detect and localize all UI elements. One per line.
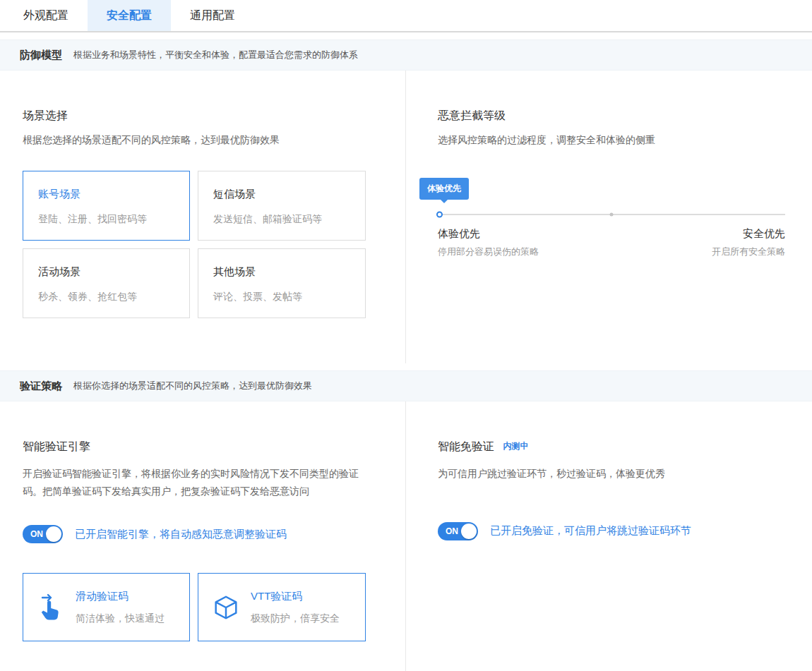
scene-card-desc: 发送短信、邮箱验证码等 [213, 213, 358, 226]
smart-engine-title: 智能验证引擎 [23, 440, 377, 454]
intercept-level-slider: 体验优先 体验优先 停用部分容易误伤的策略 安全优先 开启所有安全策略 [438, 178, 785, 258]
slider-labels: 体验优先 停用部分容易误伤的策略 安全优先 开启所有安全策略 [438, 227, 785, 258]
captcha-card-vtt[interactable]: VTT验证码 极致防护，倍享安全 [198, 573, 366, 641]
captcha-card-title: 滑动验证码 [76, 590, 165, 603]
slider-label-experience: 体验优先 停用部分容易误伤的策略 [438, 227, 539, 258]
smart-engine-toggle[interactable]: ON [23, 525, 63, 543]
free-verify-toggle-label: 已开启免验证，可信用户将跳过验证码环节 [490, 524, 691, 538]
toggle-knob [461, 524, 477, 539]
scene-card-account[interactable]: 账号场景 登陆、注册、找回密码等 [23, 171, 190, 241]
tab-security-config[interactable]: 安全配置 [88, 0, 171, 31]
verify-strategy-title: 验证策略 [20, 380, 62, 393]
slider-tooltip-label: 体验优先 [427, 183, 461, 193]
slider-label-desc: 停用部分容易误伤的策略 [438, 246, 539, 258]
slider-label-desc: 开启所有安全策略 [712, 246, 785, 258]
verify-strategy-section-header: 验证策略 根据你选择的场景适配不同的风控策略，达到最优防御效果 [0, 370, 812, 401]
smart-engine-panel: 智能验证引擎 开启验证码智能验证引擎，将根据你业务的实时风险情况下发不同类型的验… [0, 401, 406, 671]
intercept-level-desc: 选择风控策略的过滤程度，调整安全和体验的侧重 [438, 134, 785, 147]
scene-selection-desc: 根据您选择的场景适配不同的风控策略，达到最优防御效果 [23, 134, 377, 147]
tab-appearance-config[interactable]: 外观配置 [4, 0, 88, 31]
scene-card-title: 其他场景 [213, 265, 358, 279]
scene-card-desc: 秒杀、领券、抢红包等 [38, 291, 182, 303]
slider-label-title: 安全优先 [712, 227, 785, 241]
free-verify-panel: 智能免验证 内测中 为可信用户跳过验证环节，秒过验证码，体验更优秀 ON 已开启… [406, 401, 812, 671]
beta-badge: 内测中 [503, 440, 528, 452]
intercept-level-title: 恶意拦截等级 [438, 109, 785, 123]
tab-general-config[interactable]: 通用配置 [171, 0, 254, 31]
scene-card-desc: 登陆、注册、找回密码等 [38, 213, 182, 226]
smart-engine-toggle-row: ON 已开启智能引擎，将自动感知恶意调整验证码 [23, 525, 377, 543]
config-tabbar: 外观配置 安全配置 通用配置 [0, 0, 812, 32]
smart-engine-toggle-label: 已开启智能引擎，将自动感知恶意调整验证码 [75, 528, 287, 541]
slider-tooltip: 体验优先 [419, 178, 469, 200]
scene-card-sms[interactable]: 短信场景 发送短信、邮箱验证码等 [198, 171, 366, 241]
verify-strategy-subtitle: 根据你选择的场景适配不同的风控策略，达到最优防御效果 [73, 380, 312, 392]
free-verify-title: 智能免验证 [438, 440, 494, 454]
intercept-level-panel: 恶意拦截等级 选择风控策略的过滤程度，调整安全和体验的侧重 体验优先 体验优先 … [406, 71, 812, 363]
scene-selection-panel: 场景选择 根据您选择的场景适配不同的风控策略，达到最优防御效果 账号场景 登陆、… [0, 71, 406, 363]
defense-model-section-header: 防御模型 根据业务和场景特性，平衡安全和体验，配置最适合您需求的防御体系 [0, 40, 812, 71]
scene-card-other[interactable]: 其他场景 评论、投票、发帖等 [198, 248, 366, 318]
scene-selection-title: 场景选择 [23, 109, 377, 123]
scene-card-grid: 账号场景 登陆、注册、找回密码等 短信场景 发送短信、邮箱验证码等 活动场景 秒… [23, 171, 377, 318]
scene-card-title: 活动场景 [38, 265, 182, 279]
scene-card-activity[interactable]: 活动场景 秒杀、领券、抢红包等 [23, 248, 190, 318]
swipe-hand-icon [35, 591, 67, 624]
free-verify-toggle[interactable]: ON [438, 522, 478, 540]
slider-handle[interactable] [436, 212, 443, 218]
captcha-card-title: VTT验证码 [251, 590, 340, 603]
slider-track[interactable] [438, 214, 785, 215]
toggle-knob [46, 526, 61, 542]
scene-card-title: 账号场景 [38, 188, 182, 201]
captcha-card-desc: 极致防护，倍享安全 [251, 612, 340, 625]
toggle-on-label: ON [446, 526, 458, 536]
toggle-on-label: ON [30, 529, 43, 539]
scene-card-desc: 评论、投票、发帖等 [213, 291, 358, 303]
defense-model-subtitle: 根据业务和场景特性，平衡安全和体验，配置最适合您需求的防御体系 [73, 49, 358, 61]
smart-engine-desc: 开启验证码智能验证引擎，将根据你业务的实时风险情况下发不同类型的验证码。把简单验… [23, 465, 376, 500]
slider-label-title: 体验优先 [438, 227, 539, 241]
free-verify-desc: 为可信用户跳过验证环节，秒过验证码，体验更优秀 [438, 465, 785, 483]
captcha-type-grid: 滑动验证码 简洁体验，快速通过 VTT验证码 极致防护，倍享安全 [23, 573, 377, 641]
scene-card-title: 短信场景 [213, 188, 358, 201]
defense-model-title: 防御模型 [20, 49, 62, 62]
slider-midpoint-dot [610, 213, 614, 217]
captcha-card-slide[interactable]: 滑动验证码 简洁体验，快速通过 [23, 573, 190, 641]
tooltip-arrow-icon [441, 200, 448, 203]
cube-icon [210, 591, 242, 624]
slider-label-security: 安全优先 开启所有安全策略 [712, 227, 785, 258]
free-verify-toggle-row: ON 已开启免验证，可信用户将跳过验证码环节 [438, 522, 785, 540]
captcha-card-desc: 简洁体验，快速通过 [76, 612, 165, 625]
